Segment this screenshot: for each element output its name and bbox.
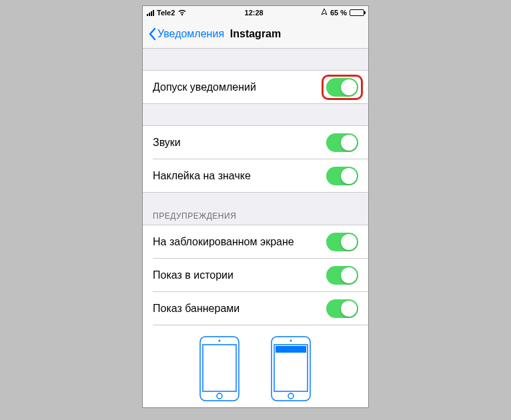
clock: 12:28 — [245, 9, 264, 17]
page-title: Instagram — [230, 28, 281, 40]
row-label: Показ баннерами — [153, 303, 239, 315]
row-label: Допуск уведомлений — [153, 81, 256, 93]
svg-rect-1 — [203, 345, 236, 391]
row-label: Наклейка на значке — [153, 170, 251, 182]
status-bar: Tele2 12:28 65 % — [143, 6, 368, 19]
chevron-left-icon — [148, 27, 156, 41]
toggle-badge[interactable] — [326, 167, 358, 185]
row-lockscreen: На заблокированном экране — [143, 225, 368, 259]
section-header-alerts: ПРЕДУПРЕЖДЕНИЯ — [143, 193, 368, 225]
phone-mock-temporary-icon — [193, 333, 245, 404]
device-frame: Tele2 12:28 65 % Уведомления Instagram Д… — [142, 5, 369, 408]
row-label: Показ в истории — [153, 269, 233, 281]
toggle-history[interactable] — [326, 266, 358, 285]
back-label: Уведомления — [157, 28, 224, 40]
battery-icon — [350, 9, 364, 16]
row-label: Звуки — [153, 137, 181, 149]
phone-mock-persistent-icon — [265, 333, 317, 404]
location-icon — [321, 9, 328, 17]
toggle-allow-notifications[interactable] — [326, 78, 358, 97]
svg-point-3 — [217, 393, 222, 399]
banner-option-temporary[interactable]: Временно — [193, 333, 245, 407]
row-banners: Показ баннерами — [143, 292, 368, 325]
svg-point-2 — [219, 340, 221, 342]
signal-icon — [147, 10, 154, 16]
battery-pct: 65 % — [330, 9, 347, 17]
svg-point-7 — [290, 340, 292, 342]
wifi-icon — [177, 9, 187, 16]
nav-bar: Уведомления Instagram — [143, 19, 368, 49]
banner-style-picker: Временно Постоянно — [143, 325, 368, 407]
row-history: Показ в истории — [143, 259, 368, 292]
back-button[interactable]: Уведомления — [148, 27, 224, 41]
row-sounds: Звуки — [143, 125, 368, 159]
content-scroll[interactable]: Допуск уведомлений Звуки Наклейка на зна… — [143, 49, 368, 407]
svg-point-8 — [288, 393, 294, 399]
banner-option-persistent[interactable]: Постоянно — [264, 333, 318, 407]
toggle-sounds[interactable] — [326, 133, 358, 152]
toggle-lockscreen[interactable] — [326, 233, 358, 251]
row-allow-notifications: Допуск уведомлений — [143, 70, 368, 104]
carrier-label: Tele2 — [157, 9, 175, 17]
toggle-banners[interactable] — [326, 299, 358, 318]
row-label: На заблокированном экране — [153, 236, 294, 248]
row-badge: Наклейка на значке — [143, 159, 368, 193]
svg-rect-6 — [276, 346, 306, 353]
